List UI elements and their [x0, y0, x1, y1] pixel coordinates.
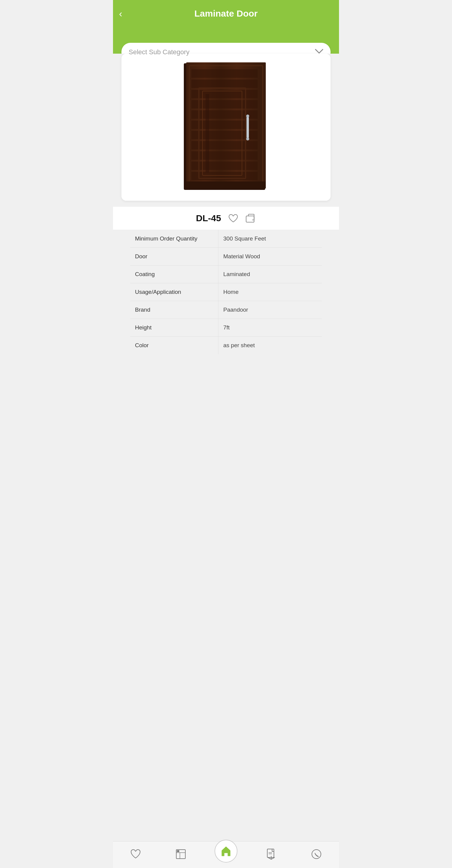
product-actions	[227, 212, 256, 224]
table-row: Brand Paandoor	[130, 301, 322, 319]
spec-label: Coating	[130, 266, 219, 283]
svg-rect-12	[191, 151, 258, 160]
spec-value: 300 Square Feet	[219, 230, 322, 248]
table-row: Coating Laminated	[130, 266, 322, 283]
spec-value: Material Wood	[219, 248, 322, 266]
svg-rect-4	[191, 69, 258, 78]
table-row: Usage/Application Home	[130, 283, 322, 301]
header: ‹ Laminate Door	[113, 0, 339, 43]
spec-label: Color	[130, 337, 219, 354]
product-image-container	[122, 54, 330, 201]
svg-rect-5	[191, 80, 258, 88]
dropdown-placeholder: Select Sub Category	[129, 48, 190, 56]
svg-rect-7	[191, 100, 258, 108]
page: ‹ Laminate Door Select Sub Category	[113, 0, 339, 384]
svg-rect-22	[246, 216, 254, 222]
main-content	[113, 54, 339, 207]
svg-rect-18	[247, 117, 249, 138]
spec-value: 7ft	[219, 319, 322, 337]
svg-rect-11	[191, 141, 258, 150]
spec-label: Height	[130, 319, 219, 337]
product-image	[181, 61, 271, 193]
chevron-down-icon	[315, 48, 323, 56]
spec-label: Door	[130, 248, 219, 266]
specs-table: Minimum Order Quantity 300 Square Feet D…	[130, 230, 322, 354]
share-button[interactable]	[244, 212, 256, 224]
svg-rect-21	[186, 181, 266, 188]
page-title: Laminate Door	[194, 8, 258, 19]
spec-label: Minimum Order Quantity	[130, 230, 219, 248]
product-card	[122, 54, 330, 201]
product-name: DL-45	[196, 213, 221, 223]
svg-point-20	[246, 137, 249, 141]
favorite-button[interactable]	[227, 212, 239, 224]
table-row: Color as per sheet	[130, 337, 322, 354]
svg-rect-13	[191, 161, 258, 170]
spec-label: Brand	[130, 301, 219, 319]
table-row: Height 7ft	[130, 319, 322, 337]
spec-value: as per sheet	[219, 337, 322, 354]
spec-value: Laminated	[219, 266, 322, 283]
spec-value: Paandoor	[219, 301, 322, 319]
spec-label: Usage/Application	[130, 283, 219, 301]
svg-rect-17	[205, 94, 209, 173]
spec-value: Home	[219, 283, 322, 301]
table-row: Door Material Wood	[130, 248, 322, 266]
table-row: Minimum Order Quantity 300 Square Feet	[130, 230, 322, 248]
back-button[interactable]: ‹	[119, 9, 122, 19]
product-name-row: DL-45	[113, 207, 339, 230]
svg-point-19	[246, 115, 249, 118]
specs-wrapper: Minimum Order Quantity 300 Square Feet D…	[113, 230, 339, 354]
